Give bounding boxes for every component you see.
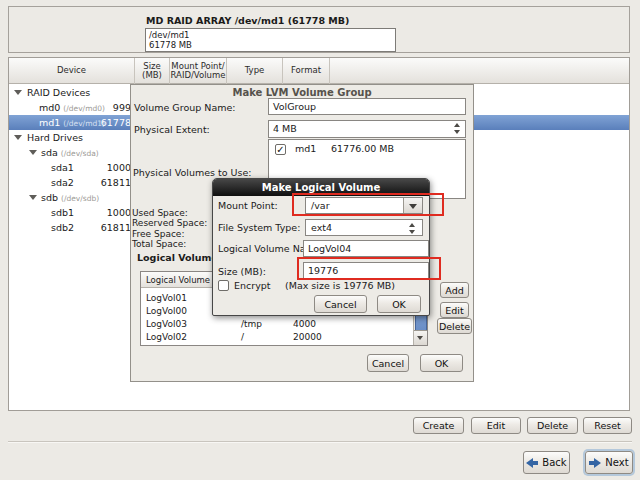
physical-extent-select[interactable]: 4 MB: [268, 120, 466, 138]
md1-checkbox[interactable]: ✓: [275, 144, 286, 155]
size-value: 999: [9, 100, 131, 115]
edit-button-main[interactable]: Edit: [471, 417, 521, 434]
device-path-annotation: (/dev/sdb): [61, 194, 99, 203]
lv-cancel-button[interactable]: Cancel: [314, 295, 367, 313]
edit-button[interactable]: Edit: [440, 302, 469, 318]
size-value: 61778: [9, 115, 131, 130]
total-space-label: Total Space:: [132, 239, 186, 249]
column-header-device[interactable]: Device: [9, 58, 135, 84]
table-header: Device Size (MB) Mount Point/ RAID/Volum…: [9, 58, 629, 84]
expander-icon[interactable]: [14, 135, 22, 140]
arrow-right-icon: [589, 458, 601, 468]
size-label: Size (MB):: [218, 266, 266, 277]
spinner-arrows-icon[interactable]: [409, 223, 417, 234]
size-value: 1000: [9, 160, 131, 175]
max-size-note: (Max size is 19776 MB): [285, 280, 395, 291]
device-summary-box: /dev/md1 61778 MB: [145, 28, 396, 52]
size-input[interactable]: 19776: [303, 262, 429, 279]
reserved-space-label: Reserved Space:: [132, 218, 207, 228]
size-value: 1000: [9, 205, 131, 220]
arrow-left-icon: [526, 458, 538, 468]
column-header-format[interactable]: Format: [283, 58, 330, 84]
lv-row[interactable]: LogVol02/20000: [141, 331, 427, 344]
logical-volumes-section-label: Logical Volumes: [137, 252, 224, 263]
column-header-mount-point[interactable]: Mount Point/ RAID/Volume: [170, 58, 227, 84]
file-system-type-label: File System Type:: [218, 222, 300, 233]
lv-row[interactable]: LogVol03/tmp4000: [141, 318, 427, 331]
device-summary-panel: MD RAID ARRAY /dev/md1 (61778 MB) /dev/m…: [8, 6, 630, 53]
create-button[interactable]: Create: [413, 417, 464, 434]
vg-cancel-button[interactable]: Cancel: [367, 354, 409, 372]
volume-group-name-label: Volume Group Name:: [134, 102, 236, 113]
free-space-label: Free Space:: [132, 229, 184, 239]
encrypt-label: Encrypt: [234, 280, 271, 291]
encrypt-checkbox[interactable]: [218, 280, 229, 291]
file-system-type-select[interactable]: ext4: [305, 219, 423, 236]
dialog-title: Make LVM Volume Group: [131, 87, 473, 98]
dialog-title: Make Logical Volume: [213, 179, 429, 196]
next-button[interactable]: Next: [585, 451, 633, 474]
expander-icon[interactable]: [29, 150, 37, 155]
device-size: 61778 MB: [149, 40, 392, 50]
separator: [8, 441, 632, 443]
used-space-label: Used Space:: [132, 208, 188, 218]
reset-button[interactable]: Reset: [583, 417, 632, 434]
expander-icon[interactable]: [29, 195, 37, 200]
column-header-size[interactable]: Size (MB): [135, 58, 170, 84]
physical-extent-label: Physical Extent:: [134, 124, 210, 135]
device-summary-title: MD RAID ARRAY /dev/md1 (61778 MB): [146, 15, 349, 26]
logical-volume-name-input[interactable]: LogVol04: [303, 240, 429, 257]
physical-volumes-label: Physical Volumes to Use:: [133, 167, 251, 178]
size-value: 61811: [9, 175, 131, 190]
column-header-type[interactable]: Type: [227, 58, 283, 84]
vg-ok-button[interactable]: OK: [420, 354, 463, 372]
make-logical-volume-dialog: Make Logical Volume Mount Point: /var Fi…: [212, 178, 430, 316]
lv-ok-button[interactable]: OK: [377, 295, 421, 313]
chevron-down-icon: [409, 204, 417, 209]
dropdown-button[interactable]: [403, 198, 422, 213]
mount-point-combobox[interactable]: /var: [305, 197, 423, 214]
chevron-down-icon: [417, 336, 423, 340]
expander-icon[interactable]: [14, 90, 22, 95]
pv-name: md1: [295, 143, 316, 154]
scrollbar-down-button[interactable]: [414, 330, 427, 345]
device-path: /dev/md1: [149, 30, 392, 40]
delete-button[interactable]: Delete: [437, 318, 472, 334]
mount-point-label: Mount Point:: [218, 200, 278, 211]
installer-window: MD RAID ARRAY /dev/md1 (61778 MB) /dev/m…: [0, 0, 640, 480]
delete-button-main[interactable]: Delete: [527, 417, 578, 434]
size-value: 61811: [9, 220, 131, 235]
pv-size: 61776.00 MB: [331, 143, 394, 154]
back-button[interactable]: Back: [523, 451, 570, 474]
add-button[interactable]: Add: [440, 282, 469, 298]
device-path-annotation: (/dev/sda): [61, 149, 99, 158]
volume-group-name-input[interactable]: VolGroup: [268, 98, 466, 115]
spinner-arrows-icon[interactable]: [454, 123, 462, 134]
